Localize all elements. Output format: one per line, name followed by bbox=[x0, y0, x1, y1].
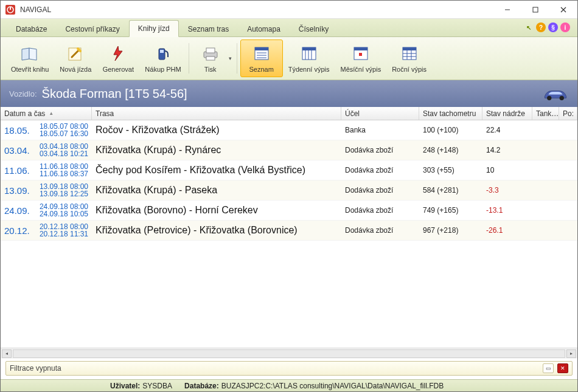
th-tank2[interactable]: Tank… bbox=[532, 107, 559, 120]
cell-po bbox=[559, 140, 577, 160]
cell-trasa: Křižovatka (Borovno) - Horní Cerekev bbox=[92, 201, 341, 220]
cell-tank: -3.3 bbox=[482, 181, 532, 200]
cell-tank: 14.2 bbox=[482, 140, 532, 160]
table-row[interactable]: 13.09.13.09.18 08:0013.09.18 12:25Křižov… bbox=[1, 181, 577, 201]
help-icons: ↖ ? § i bbox=[524, 22, 570, 32]
svg-rect-26 bbox=[403, 47, 416, 50]
btn-otevrit-knihu[interactable]: Otevřít knihu bbox=[5, 40, 54, 77]
scroll-track[interactable] bbox=[13, 349, 565, 358]
table-row[interactable]: 18.05.18.05.07 08:0018.05.07 16:30Ročov … bbox=[1, 120, 577, 140]
svg-rect-18 bbox=[302, 47, 316, 50]
cell-ucel: Dodávka zboží bbox=[341, 140, 419, 160]
cell-date: 20.12.20.12.18 08:0020.12.18 11:31 bbox=[1, 221, 92, 240]
fuel-icon bbox=[153, 44, 173, 63]
cell-ucel: Dodávka zboží bbox=[341, 221, 419, 240]
scroll-right-icon[interactable]: ▸ bbox=[566, 349, 576, 358]
app-title: NAVIGAL bbox=[20, 5, 493, 14]
th-tank[interactable]: Stav nádrže bbox=[482, 107, 532, 120]
menu-ciselniky[interactable]: Číselníky bbox=[290, 21, 338, 37]
titlebar: NAVIGAL bbox=[1, 1, 577, 19]
toolbar-group-1: Otevřít knihu Nová jízda Generovat Nákup… bbox=[5, 40, 190, 77]
th-date[interactable]: Datum a čas bbox=[1, 107, 92, 120]
filter-clear-button[interactable]: ✕ bbox=[557, 363, 568, 373]
cell-trasa: Křižovatka (Krupá) - Paseka bbox=[92, 181, 341, 200]
cell-po bbox=[559, 120, 577, 140]
close-button[interactable] bbox=[549, 1, 577, 18]
btn-nakup-phm[interactable]: Nákup PHM bbox=[139, 40, 186, 77]
th-trasa[interactable]: Trasa bbox=[92, 107, 341, 120]
cell-date: 13.09.13.09.18 08:0013.09.18 12:25 bbox=[1, 181, 92, 200]
menu-databaze[interactable]: Databáze bbox=[7, 21, 56, 37]
svg-rect-24 bbox=[359, 53, 362, 56]
cell-times: 11.06.18 08:0011.06.18 08:37 bbox=[40, 163, 88, 177]
table-header: Datum a čas Trasa Účel Stav tachometru S… bbox=[1, 107, 577, 120]
cell-date: 24.09.24.09.18 08:0024.09.18 10:05 bbox=[1, 201, 92, 220]
menu-strip: Databáze Cestovní příkazy Knihy jízd Sez… bbox=[1, 19, 577, 37]
menu-knihy-jizd[interactable]: Knihy jízd bbox=[129, 20, 179, 37]
btn-tisk[interactable]: Tisk ▾ bbox=[192, 40, 235, 77]
btn-tydenni[interactable]: Týdenní výpis bbox=[283, 40, 335, 77]
table-row[interactable]: 24.09.24.09.18 08:0024.09.18 10:05Křižov… bbox=[1, 201, 577, 221]
cell-tank: 10 bbox=[482, 160, 532, 180]
cell-times: 18.05.07 08:0018.05.07 16:30 bbox=[40, 123, 88, 137]
about-icon[interactable]: i bbox=[560, 22, 570, 32]
cell-tank: 22.4 bbox=[482, 120, 532, 140]
menu-cestovni[interactable]: Cestovní příkazy bbox=[56, 21, 128, 37]
svg-rect-13 bbox=[255, 47, 268, 50]
info-icon[interactable]: § bbox=[548, 22, 558, 32]
app-icon bbox=[5, 5, 15, 15]
svg-rect-11 bbox=[206, 57, 215, 60]
minimize-button[interactable] bbox=[493, 1, 521, 18]
cell-odo: 303 (+55) bbox=[419, 160, 482, 180]
svg-rect-23 bbox=[354, 47, 367, 50]
new-trip-icon bbox=[66, 44, 85, 63]
table-row[interactable]: 03.04.03.04.18 08:0003.04.18 10:21Křižov… bbox=[1, 140, 577, 160]
cell-day: 11.06. bbox=[4, 165, 35, 176]
btn-generovat[interactable]: Generovat bbox=[97, 40, 139, 77]
cell-t2 bbox=[532, 160, 559, 180]
cell-times: 13.09.18 08:0013.09.18 12:25 bbox=[40, 183, 88, 198]
cell-odo: 100 (+100) bbox=[419, 120, 482, 140]
open-book-icon bbox=[20, 44, 40, 63]
cell-odo: 584 (+281) bbox=[419, 181, 482, 200]
cell-po bbox=[559, 201, 577, 220]
filter-bar: Filtrace vypnuta ▭ ✕ bbox=[5, 361, 573, 376]
cell-date: 18.05.18.05.07 08:0018.05.07 16:30 bbox=[1, 120, 92, 140]
cell-t2 bbox=[532, 201, 559, 220]
generate-icon bbox=[108, 44, 128, 63]
maximize-button[interactable] bbox=[521, 1, 549, 18]
svg-point-32 bbox=[560, 96, 564, 100]
btn-rocni[interactable]: Roční výpis bbox=[386, 40, 432, 77]
th-ucel[interactable]: Účel bbox=[341, 107, 419, 120]
window-buttons bbox=[493, 1, 577, 18]
cell-ucel: Banka bbox=[341, 120, 419, 140]
cursor-icon[interactable]: ↖ bbox=[524, 22, 534, 32]
cell-times: 24.09.18 08:0024.09.18 10:05 bbox=[40, 203, 88, 218]
menu-seznam-tras[interactable]: Seznam tras bbox=[179, 21, 238, 37]
filter-text: Filtrace vypnuta bbox=[10, 364, 61, 373]
cell-po bbox=[559, 221, 577, 240]
btn-mesicni[interactable]: Měsíční výpis bbox=[335, 40, 387, 77]
year-icon bbox=[400, 44, 419, 63]
h-scrollbar[interactable]: ◂ ▸ bbox=[1, 348, 577, 359]
btn-nova-jizda[interactable]: Nová jízda bbox=[54, 40, 97, 77]
filter-edit-button[interactable]: ▭ bbox=[543, 363, 554, 373]
table-row[interactable]: 11.06.11.06.18 08:0011.06.18 08:37Čechy … bbox=[1, 160, 577, 181]
th-odo[interactable]: Stav tachometru bbox=[419, 107, 482, 120]
month-icon bbox=[351, 44, 371, 63]
cell-trasa: Ročov - Křižovatka (Strážek) bbox=[92, 120, 341, 140]
help-icon[interactable]: ? bbox=[536, 22, 546, 32]
menu-automapa[interactable]: Automapa bbox=[238, 21, 290, 37]
cell-trasa: Křižovatka (Petrovice) - Křižovatka (Bor… bbox=[92, 221, 341, 240]
print-icon bbox=[201, 44, 220, 63]
vehicle-banner: Vozidlo: Škoda Forman [1T5 54-56] bbox=[1, 80, 577, 107]
toolbar-group-3: Seznam Týdenní výpis Měsíční výpis Roční… bbox=[240, 40, 435, 77]
vehicle-value: Škoda Forman [1T5 54-56] bbox=[42, 87, 187, 101]
svg-rect-10 bbox=[206, 48, 215, 53]
cell-trasa: Křižovatka (Krupá) - Rynárec bbox=[92, 140, 341, 160]
th-po[interactable]: Po: bbox=[559, 107, 577, 120]
scroll-left-icon[interactable]: ◂ bbox=[2, 349, 12, 358]
cell-ucel: Dodávka zboží bbox=[341, 201, 419, 220]
btn-seznam[interactable]: Seznam bbox=[240, 40, 283, 77]
table-row[interactable]: 20.12.20.12.18 08:0020.12.18 11:31Křižov… bbox=[1, 221, 577, 241]
